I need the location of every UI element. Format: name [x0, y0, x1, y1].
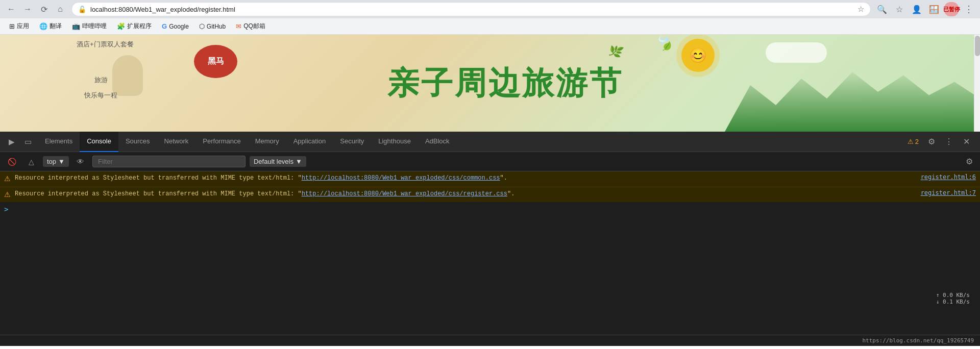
banner-main-text: 亲子周边旅游节: [387, 62, 623, 105]
qqmail-label: QQ邮箱: [243, 22, 265, 31]
network-tab-label: Network: [164, 137, 189, 145]
bookmark-google[interactable]: G Google: [158, 21, 193, 32]
devtools-tabs: Elements Console Sources Network Perform…: [38, 132, 900, 152]
console-warning-2: ⚠ Resource interpreted as Stylesheet but…: [0, 187, 980, 202]
memory-tab-label: Memory: [255, 137, 279, 145]
bookmark-github[interactable]: ⬡ GitHub: [195, 21, 230, 32]
extension-icon[interactable]: 🪟: [927, 2, 941, 16]
application-tab-label: Application: [293, 137, 326, 145]
warning-triangle-icon: ⚠: [908, 138, 914, 145]
extensions-icon: 🧩: [117, 22, 125, 30]
devtools-secondary-toolbar: 🚫 △ top ▼ 👁 Default levels ▼ ⚙: [0, 152, 980, 171]
console-tab-label: Console: [87, 137, 111, 145]
github-icon: ⬡: [199, 22, 205, 30]
menu-icon[interactable]: ⋮: [962, 2, 976, 16]
network-stats: ↑ 0.0 KB/s ↓ 0.1 KB/s: [936, 292, 970, 305]
devtools-toolbar: ▶ ▭ Elements Console Sources Network Per…: [0, 132, 980, 152]
performance-tab-label: Performance: [203, 137, 240, 145]
warning-location-2[interactable]: register.html:7: [921, 189, 976, 196]
refresh-button[interactable]: ⟳: [37, 2, 51, 16]
bilibili-label: 哔哩哔哩: [82, 22, 107, 31]
travel-text: 旅游: [94, 76, 108, 85]
bookmark-icon[interactable]: ☆: [892, 2, 906, 16]
search-icon[interactable]: 🔍: [875, 2, 889, 16]
nav-buttons: ← → ⟳ ⌂: [4, 2, 67, 16]
hotel-text: 酒店+门票双人套餐: [77, 40, 134, 49]
apps-icon: ⊞: [9, 22, 15, 30]
console-prompt: >: [0, 202, 980, 216]
device-icon[interactable]: ▭: [20, 134, 36, 149]
status-bar: https://blog.csdn.net/qq_19265749: [0, 335, 980, 346]
tab-network[interactable]: Network: [157, 132, 196, 152]
eye-icon[interactable]: 👁: [73, 154, 88, 169]
tab-memory[interactable]: Memory: [248, 132, 286, 152]
console-warning-1: ⚠ Resource interpreted as Stylesheet but…: [0, 171, 980, 187]
adblock-tab-label: AdBlock: [425, 137, 450, 145]
cloud-decoration: [766, 42, 827, 63]
translate-icon: 🌐: [39, 22, 47, 30]
close-devtools-icon[interactable]: ✕: [959, 134, 974, 149]
url-text: localhost:8080/Web1_war_exploded/registe…: [90, 6, 853, 13]
bookmark-qqmail[interactable]: ✉ QQ邮箱: [232, 20, 270, 32]
devtools-icons-left: ▶ ▭: [2, 134, 38, 149]
bookmark-apps[interactable]: ⊞ 应用: [5, 20, 33, 32]
tab-adblock[interactable]: AdBlock: [418, 132, 457, 152]
profile-icon[interactable]: 👤: [910, 2, 924, 16]
devtools-right-icons: ⚠ 2 ⚙ ⋮ ✕: [900, 134, 978, 149]
home-button[interactable]: ⌂: [53, 2, 67, 16]
bookmark-extensions[interactable]: 🧩 扩展程序: [113, 20, 156, 32]
context-selector[interactable]: top ▼: [43, 156, 69, 167]
tab-performance[interactable]: Performance: [195, 132, 248, 152]
warning-location-1[interactable]: register.html:6: [921, 173, 976, 181]
cursor-icon[interactable]: ▶: [4, 134, 19, 149]
warning-icon-1: ⚠: [4, 174, 11, 183]
happy-text: 快乐每一程: [84, 91, 117, 100]
tab-elements[interactable]: Elements: [38, 132, 80, 152]
context-value: top: [47, 158, 56, 165]
log-level-selector[interactable]: Default levels ▼: [250, 156, 306, 167]
warning-text-1: Resource interpreted as Stylesheet but t…: [15, 173, 917, 183]
translate-label: 翻译: [50, 22, 62, 31]
bookmark-translate[interactable]: 🌐 翻译: [35, 20, 66, 32]
google-label: Google: [169, 23, 189, 30]
page-banner: 酒店+门票双人套餐 旅游 快乐每一程 黑马 亲子周边旅游节 😊 🍃 🌿: [0, 35, 980, 132]
pause-button[interactable]: 已暂停: [944, 2, 959, 16]
warning-url-1[interactable]: http://localhost:8080/Web1_war_exploded/…: [302, 174, 500, 182]
bookmark-bilibili[interactable]: 📺 哔哩哔哩: [68, 20, 111, 32]
settings-icon[interactable]: ⚙: [924, 134, 939, 149]
devtools-panel: ▶ ▭ Elements Console Sources Network Per…: [0, 132, 980, 346]
toolbar-right-icons: 🔍 ☆ 👤 🪟 已暂停 ⋮: [875, 2, 976, 16]
console-settings-icon[interactable]: ⚙: [963, 155, 976, 168]
github-label: GitHub: [207, 23, 226, 30]
tab-security[interactable]: Security: [333, 132, 371, 152]
console-filter-icon[interactable]: △: [23, 154, 39, 169]
console-filter-input[interactable]: [92, 156, 246, 167]
tab-console[interactable]: Console: [80, 132, 118, 152]
city-skyline: [725, 65, 980, 132]
back-button[interactable]: ←: [4, 2, 18, 16]
apps-label: 应用: [17, 22, 29, 31]
warning-badge[interactable]: ⚠ 2: [904, 136, 922, 147]
bookmark-star-icon[interactable]: ☆: [857, 5, 864, 14]
tab-sources[interactable]: Sources: [118, 132, 157, 152]
tab-lighthouse[interactable]: Lighthouse: [371, 132, 418, 152]
browser-chrome: ← → ⟳ ⌂ 🔓 localhost:8080/Web1_war_explod…: [0, 0, 980, 35]
download-speed: ↓ 0.1 KB/s: [936, 298, 970, 305]
scrollbar[interactable]: [974, 35, 980, 132]
warning-url-2[interactable]: http://localhost:8080/Web1_war_exploded/…: [302, 190, 507, 197]
warning-count: 2: [915, 138, 919, 145]
leaf-decoration: 🍃: [653, 35, 677, 55]
qqmail-icon: ✉: [236, 22, 241, 30]
forward-button[interactable]: →: [20, 2, 35, 16]
address-bar[interactable]: 🔓 localhost:8080/Web1_war_exploded/regis…: [71, 2, 871, 16]
console-clear-icon[interactable]: 🚫: [4, 154, 19, 169]
elements-tab-label: Elements: [45, 137, 72, 145]
page-content: 酒店+门票双人套餐 旅游 快乐每一程 黑马 亲子周边旅游节 😊 🍃 🌿: [0, 35, 980, 132]
more-options-icon[interactable]: ⋮: [941, 134, 957, 149]
warning-text-2: Resource interpreted as Stylesheet but t…: [15, 189, 917, 198]
level-label: Default levels: [254, 158, 293, 165]
scrollbar-thumb[interactable]: [975, 36, 980, 56]
sources-tab-label: Sources: [126, 137, 150, 145]
title-bar: ← → ⟳ ⌂ 🔓 localhost:8080/Web1_war_explod…: [0, 0, 980, 18]
tab-application[interactable]: Application: [286, 132, 333, 152]
